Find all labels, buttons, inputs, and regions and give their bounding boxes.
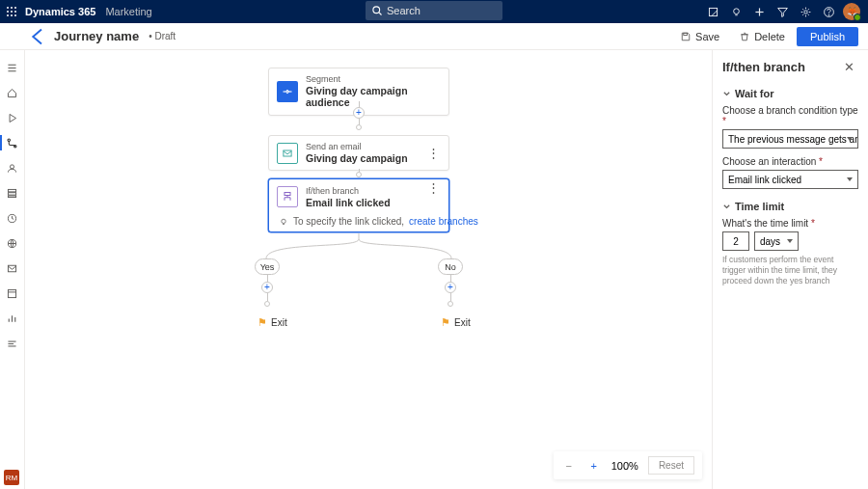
condition-type-label: Choose a branch condition type [722,105,858,126]
section-header[interactable]: Wait for [722,88,858,99]
svg-line-10 [379,13,381,14]
rail-analytics-icon[interactable] [0,309,25,328]
create-branches-link[interactable]: create branches [409,216,478,227]
save-button[interactable]: Save [672,28,727,45]
page-body: Segment Giving day campaign audience + S… [0,50,868,489]
search-icon [371,5,383,16]
brand-label: Dynamics 365 [25,6,95,17]
svg-rect-19 [684,33,688,35]
app-launcher-icon[interactable] [0,6,23,17]
zoom-value: 100% [611,460,638,472]
save-icon [680,31,692,42]
connector-dot [356,172,362,177]
svg-rect-31 [8,265,15,272]
time-limit-label: What's the time limit [722,218,858,229]
svg-rect-27 [8,192,15,194]
section-time-limit: Time limit What's the time limit days If… [722,201,858,286]
rail-menu-icon[interactable] [0,58,25,77]
rail-clock-icon[interactable] [0,208,25,228]
time-unit-dropdown[interactable]: days [754,231,799,251]
rail-list-icon[interactable] [0,183,25,203]
section-wait-for: Wait for Choose a branch condition type … [722,88,858,189]
top-bar: Dynamics 365 Marketing 🦊 [0,0,868,23]
lightbulb-icon [279,217,288,227]
connector-arc [247,233,471,262]
journey-title[interactable]: Journey name [54,29,139,43]
zoom-bar: − + 100% Reset [554,451,702,479]
node-title-label: Giving day campaign audience [306,85,441,109]
svg-point-48 [282,219,285,223]
close-icon[interactable]: ✕ [840,58,858,76]
add-step-yes-button[interactable]: + [261,282,273,293]
rail-globe-icon[interactable] [0,233,25,253]
rail-journey-icon[interactable] [0,133,25,152]
area-label: Marketing [105,6,151,17]
svg-rect-43 [285,193,290,196]
branch-hint: To specify the link clicked, create bran… [279,216,478,227]
help-icon[interactable] [818,0,839,23]
rm-badge: RM [4,470,19,485]
search-input[interactable] [366,1,502,20]
svg-point-6 [7,14,9,16]
section-header[interactable]: Time limit [722,201,858,212]
settings-icon[interactable] [795,0,816,23]
svg-point-7 [11,14,13,16]
page-header: Journey name Draft Save Delete Publish [0,23,868,50]
svg-point-16 [803,10,806,13]
svg-rect-42 [284,150,291,156]
rail-home-icon[interactable] [0,83,25,102]
svg-point-8 [14,14,16,16]
journey-status: Draft [149,31,176,41]
add-step-button[interactable]: + [353,107,365,119]
exit-no: ⚑Exit [441,316,471,329]
svg-point-9 [373,7,380,14]
svg-rect-28 [8,195,15,197]
rail-contacts-icon[interactable] [0,158,25,177]
delete-label: Delete [754,31,785,42]
save-label: Save [695,31,719,42]
node-menu-button[interactable] [425,186,441,189]
rail-play-icon[interactable] [0,108,25,127]
node-type-label: Segment [306,74,441,85]
rail-mail-icon[interactable] [0,258,25,278]
svg-point-18 [828,14,829,15]
back-button[interactable] [27,27,46,46]
delete-button[interactable]: Delete [731,28,793,45]
search-wrap [366,1,502,20]
chevron-down-icon [722,203,731,211]
node-menu-button[interactable] [425,151,441,154]
zoom-in-button[interactable]: + [586,458,602,474]
properties-panel: If/then branch ✕ Wait for Choose a branc… [712,50,868,489]
svg-rect-32 [8,289,15,297]
journey-canvas[interactable]: Segment Giving day campaign audience + S… [25,50,712,489]
rail-template-icon[interactable] [0,284,25,303]
header-actions: Save Delete Publish [672,27,858,46]
node-title-label: Email link clicked [306,197,391,209]
connector [450,293,451,301]
edit-icon[interactable] [702,0,723,23]
publish-button[interactable]: Publish [797,27,858,46]
add-step-no-button[interactable]: + [445,282,456,293]
svg-point-25 [10,164,14,168]
node-email[interactable]: Send an email Giving day campaign [268,135,449,171]
branch-no-pill: No [438,258,463,275]
svg-point-3 [7,11,9,13]
branch-icon [277,186,298,207]
connector [267,293,268,301]
user-avatar[interactable]: 🦊 [841,0,862,23]
condition-type-dropdown[interactable]: The previous message gets an interaction [722,129,858,149]
rail-more-icon[interactable] [0,334,25,353]
time-value-input[interactable] [722,231,749,251]
connector-dot [264,301,270,307]
interaction-dropdown[interactable]: Email link clicked [722,170,858,189]
filter-icon[interactable] [772,0,793,23]
plus-icon[interactable] [748,0,770,23]
zoom-out-button[interactable]: − [561,458,577,474]
panel-title: If/then branch [722,60,805,74]
interaction-label: Choose an interaction [722,156,858,167]
segment-icon [277,81,298,102]
chevron-down-icon [722,90,731,98]
lightbulb-icon[interactable] [725,0,746,23]
top-tools: 🦊 [702,0,868,23]
zoom-reset-button[interactable]: Reset [648,456,694,475]
